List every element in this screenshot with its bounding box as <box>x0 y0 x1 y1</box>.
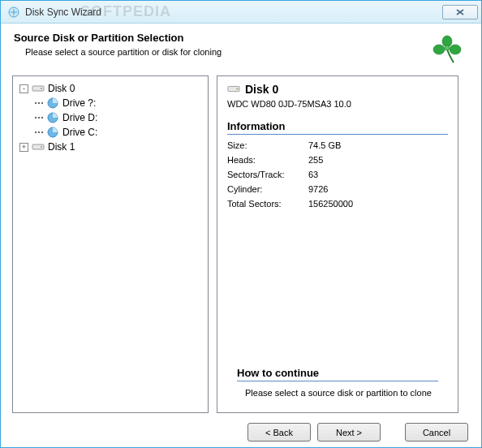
app-icon <box>7 6 20 19</box>
tree-label: Drive ?: <box>62 97 96 109</box>
tree-label: Disk 0 <box>48 83 75 94</box>
detail-model: WDC WD80 0JD-75MSA3 10.0 <box>227 99 448 109</box>
info-row: Sectors/Track: 63 <box>227 167 448 182</box>
info-row: Size: 74.5 GB <box>227 138 448 153</box>
tree-toggle-disk1[interactable]: + <box>19 143 28 152</box>
page-title: Source Disk or Partition Selection <box>14 32 431 44</box>
tree-toggle-disk0[interactable]: - <box>19 84 28 93</box>
titlebar: Disk Sync Wizard SOFTPEDIA <box>1 1 481 24</box>
svg-point-7 <box>41 88 42 89</box>
disk-icon <box>227 83 240 96</box>
svg-point-14 <box>236 88 238 89</box>
tree-label: Drive C: <box>62 127 97 138</box>
info-row: Total Sectors: 156250000 <box>227 196 448 211</box>
tree-node-drive[interactable]: ⋯ Drive ?: <box>19 96 201 110</box>
close-icon <box>456 9 464 15</box>
wizard-footer: < Back Next > Cancel <box>1 413 481 448</box>
info-value: 63 <box>308 170 318 179</box>
next-button[interactable]: Next > <box>317 423 381 442</box>
tree-connector: ⋯ <box>32 127 46 138</box>
info-label: Total Sectors: <box>227 199 308 209</box>
tree-panel: - Disk 0 ⋯ Drive ?: ⋯ Drive D: ⋯ <box>12 75 209 413</box>
window-title: Disk Sync Wizard <box>25 6 101 18</box>
disk-icon <box>32 82 45 95</box>
info-label: Cylinder: <box>227 184 308 194</box>
info-heading: Information <box>227 120 448 135</box>
svg-point-2 <box>433 45 445 54</box>
detail-panel: Disk 0 WDC WD80 0JD-75MSA3 10.0 Informat… <box>217 75 458 413</box>
info-value: 156250000 <box>308 199 353 209</box>
cancel-button[interactable]: Cancel <box>405 423 468 442</box>
info-value: 9726 <box>308 184 328 194</box>
continue-text: Please select a source disk or partition… <box>237 385 438 398</box>
page-subtitle: Please select a source partition or disk… <box>14 47 431 57</box>
close-button[interactable] <box>442 5 478 19</box>
info-value: 255 <box>308 155 323 165</box>
info-row: Cylinder: 9726 <box>227 182 448 196</box>
info-label: Heads: <box>227 155 308 165</box>
info-value: 74.5 GB <box>308 140 341 150</box>
tree-label: Disk 1 <box>48 141 75 153</box>
tree-node-drive[interactable]: ⋯ Drive C: <box>19 125 201 140</box>
svg-point-3 <box>450 45 461 54</box>
continue-heading: How to continue <box>237 367 438 381</box>
back-button[interactable]: < Back <box>247 423 311 442</box>
clover-logo-icon <box>431 33 463 66</box>
tree-label: Drive D: <box>62 112 97 123</box>
content-area: - Disk 0 ⋯ Drive ?: ⋯ Drive D: ⋯ <box>1 75 481 413</box>
tree-node-disk0[interactable]: - Disk 0 <box>19 81 201 96</box>
detail-title: Disk 0 <box>245 83 278 96</box>
svg-point-12 <box>41 146 42 148</box>
tree-connector: ⋯ <box>32 97 46 109</box>
wizard-header: Source Disk or Partition Selection Pleas… <box>1 24 481 75</box>
svg-point-5 <box>445 45 450 50</box>
tree-node-drive[interactable]: ⋯ Drive D: <box>19 110 201 125</box>
info-label: Size: <box>227 140 308 150</box>
info-label: Sectors/Track: <box>227 170 308 179</box>
tree-node-disk1[interactable]: + Disk 1 <box>19 140 201 154</box>
drive-icon <box>46 97 59 110</box>
info-row: Heads: 255 <box>227 153 448 167</box>
tree-connector: ⋯ <box>32 112 46 123</box>
drive-icon <box>46 111 59 124</box>
disk-icon <box>32 140 45 153</box>
drive-icon <box>46 126 59 139</box>
